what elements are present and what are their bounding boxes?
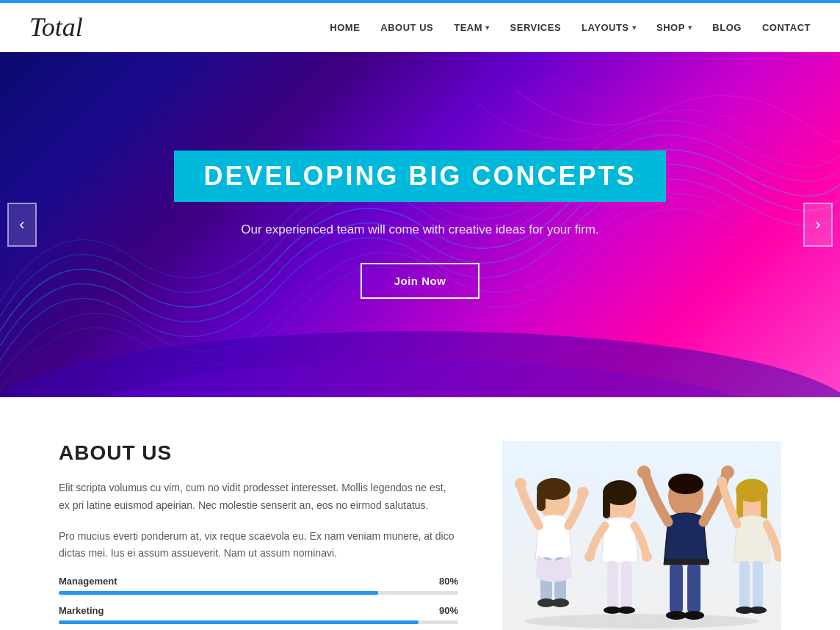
svg-rect-28 bbox=[664, 559, 709, 565]
about-section: ABOUT US Elit scripta volumus cu vim, cu… bbox=[0, 397, 840, 630]
shop-dropdown-icon: ▾ bbox=[688, 23, 692, 32]
svg-rect-34 bbox=[761, 490, 767, 520]
svg-rect-19 bbox=[621, 561, 632, 609]
nav-layouts[interactable]: LAYOUTS ▾ bbox=[582, 22, 636, 33]
logo[interactable]: Total bbox=[29, 12, 83, 43]
skill-management: Management 80% bbox=[59, 576, 458, 595]
skill-management-bar-bg bbox=[59, 591, 458, 595]
svg-point-17 bbox=[642, 551, 652, 562]
nav-home[interactable]: HOME bbox=[330, 22, 360, 33]
skill-marketing-bar-bg bbox=[59, 620, 458, 624]
hero-title: DEVELOPING BIG CONCEPTS bbox=[203, 161, 636, 192]
nav-about[interactable]: ABOUT US bbox=[380, 22, 433, 33]
hero-content: DEVELOPING BIG CONCEPTS Our experienced … bbox=[174, 151, 665, 299]
skill-management-bar-fill bbox=[59, 591, 378, 595]
layouts-dropdown-icon: ▾ bbox=[632, 23, 637, 32]
slider-next-button[interactable]: › bbox=[803, 203, 833, 247]
nav-shop[interactable]: SHOP ▾ bbox=[656, 22, 692, 33]
main-nav: HOME ABOUT US TEAM ▾ SERVICES LAYOUTS ▾ … bbox=[330, 22, 811, 33]
nav-contact[interactable]: CONTACT bbox=[762, 22, 811, 33]
nav-services[interactable]: SERVICES bbox=[510, 22, 562, 33]
svg-rect-37 bbox=[739, 561, 750, 609]
svg-point-7 bbox=[515, 478, 526, 490]
about-paragraph-2: Pro mucius everti ponderum at, vix reque… bbox=[59, 528, 458, 563]
svg-point-21 bbox=[618, 607, 635, 614]
svg-point-16 bbox=[584, 551, 595, 562]
svg-point-12 bbox=[551, 598, 569, 607]
nav-blog[interactable]: BLOG bbox=[712, 22, 742, 33]
svg-rect-27 bbox=[687, 562, 700, 614]
about-paragraph-1: Elit scripta volumus cu vim, cum no vidi… bbox=[59, 479, 458, 515]
svg-point-8 bbox=[577, 487, 589, 499]
team-dropdown-icon: ▾ bbox=[485, 23, 490, 32]
about-title: ABOUT US bbox=[59, 441, 458, 465]
slider-prev-button[interactable]: ‹ bbox=[7, 203, 37, 247]
hero-subtitle: Our experienced team will come with crea… bbox=[174, 220, 665, 239]
join-now-button[interactable]: Join Now bbox=[361, 263, 480, 299]
hero-title-box: DEVELOPING BIG CONCEPTS bbox=[174, 151, 665, 202]
svg-point-23 bbox=[668, 474, 703, 494]
header: Total HOME ABOUT US TEAM ▾ SERVICES LAYO… bbox=[0, 3, 840, 52]
svg-rect-18 bbox=[607, 561, 618, 609]
svg-point-40 bbox=[749, 607, 767, 614]
skill-marketing-percent: 90% bbox=[439, 605, 458, 616]
svg-rect-15 bbox=[603, 493, 610, 518]
about-left-column: ABOUT US Elit scripta volumus cu vim, cu… bbox=[59, 441, 458, 630]
svg-rect-26 bbox=[670, 562, 683, 614]
people-svg bbox=[502, 441, 781, 630]
nav-team[interactable]: TEAM ▾ bbox=[454, 22, 489, 33]
skill-management-label: Management bbox=[59, 576, 117, 587]
svg-point-24 bbox=[637, 466, 651, 479]
skill-marketing-label: Marketing bbox=[59, 605, 104, 616]
svg-rect-6 bbox=[537, 489, 546, 511]
svg-point-35 bbox=[717, 477, 727, 487]
hero-section: ‹ DEVELOPING BIG CONCEPTS Our experience… bbox=[0, 52, 840, 397]
about-right-column bbox=[502, 441, 781, 630]
skill-marketing-bar-fill bbox=[59, 620, 419, 624]
skill-management-percent: 80% bbox=[439, 576, 458, 587]
skill-marketing: Marketing 90% bbox=[59, 605, 458, 624]
people-image bbox=[502, 441, 781, 630]
svg-point-41 bbox=[524, 614, 759, 629]
svg-rect-38 bbox=[753, 561, 763, 609]
